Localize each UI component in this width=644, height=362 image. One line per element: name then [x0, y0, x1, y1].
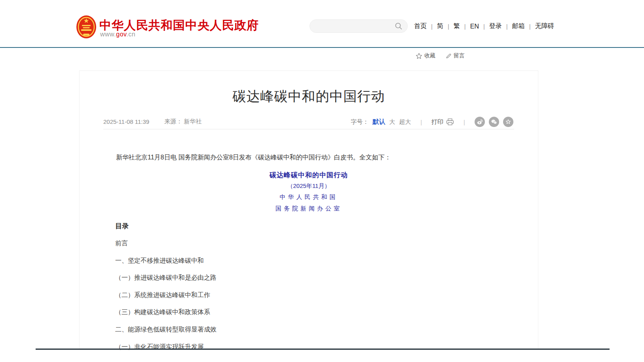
page: 中华人民共和国中央人民政府 www.gov.cn 首页 | 简 | 繁 | EN… — [0, 0, 644, 362]
nav-traditional[interactable]: 繁 — [454, 22, 460, 30]
toc-item: （一）非化石能源实现跃升发展 — [115, 343, 204, 351]
toc-item: （三）构建碳达峰碳中和政策体系 — [115, 308, 210, 317]
toc-item: （一）推进碳达峰碳中和是必由之路 — [115, 274, 217, 282]
article-title: 碳达峰碳中和的中国行动 — [80, 87, 538, 106]
toc-item: 前言 — [115, 239, 128, 248]
nav-separator: | — [529, 23, 531, 30]
source-label: 来源： — [164, 118, 182, 125]
nav-login[interactable]: 登录 — [489, 22, 502, 30]
source-value: 新华社 — [184, 118, 201, 125]
nav-separator: | — [506, 23, 508, 30]
publish-date: 2025-11-08 11:39 — [103, 118, 149, 125]
print-label: 打印 — [431, 118, 443, 126]
print-button[interactable]: 打印 — [431, 118, 454, 126]
site-url: www.gov.cn — [100, 31, 135, 38]
article-card: 碳达峰碳中和的中国行动 2025-11-08 11:39 来源： 新华社 字号：… — [79, 70, 538, 349]
printer-icon — [446, 118, 454, 125]
doc-author-line2: 国务院新闻办公室 — [80, 205, 538, 212]
nav-separator: | — [448, 23, 449, 30]
nav-simplified[interactable]: 简 — [437, 22, 443, 30]
nav-home[interactable]: 首页 — [414, 22, 427, 30]
font-size-large-button[interactable]: 大 — [389, 118, 395, 126]
toc-heading: 目录 — [115, 222, 129, 231]
font-size-label: 字号： — [351, 118, 369, 126]
nav-separator: | — [431, 23, 433, 30]
footer-top-edge — [36, 349, 610, 350]
meta-separator: | — [458, 119, 471, 125]
favorite-label: 收藏 — [424, 52, 435, 59]
site-url-cn: .cn — [126, 31, 135, 38]
article-meta-right: 字号： 默认 大 超大 | 打印 | — [351, 117, 513, 127]
nav-accessibility[interactable]: 无障碍 — [535, 22, 554, 30]
favorite-share-icon[interactable] — [503, 117, 513, 127]
font-size-default-button[interactable]: 默认 — [372, 118, 385, 126]
meta-separator: | — [415, 119, 427, 125]
site-url-www: www. — [100, 31, 116, 38]
star-icon — [416, 53, 422, 59]
source-group: 来源： 新华社 — [164, 118, 201, 125]
search-input[interactable] — [310, 23, 393, 29]
comment-label: 留言 — [454, 52, 465, 59]
intro-paragraph: 新华社北京11月8日电 国务院新闻办公室8日发布《碳达峰碳中和的中国行动》白皮书… — [103, 152, 514, 163]
meta-divider — [103, 129, 514, 129]
toc-item: 一、坚定不移推进碳达峰碳中和 — [115, 257, 204, 265]
pencil-icon — [446, 53, 452, 59]
doc-author-line1: 中华人民共和国 — [80, 193, 538, 201]
top-nav: 首页 | 简 | 繁 | EN | 登录 | 邮箱 | 无障碍 — [414, 22, 554, 30]
favorite-button[interactable]: 收藏 — [416, 52, 435, 59]
doc-date: （2025年11月） — [80, 182, 538, 190]
search-box — [310, 19, 408, 33]
article-meta-left: 2025-11-08 11:39 来源： 新华社 — [103, 118, 201, 125]
nav-separator: | — [483, 23, 485, 30]
wechat-share-icon[interactable] — [489, 117, 499, 127]
comment-button[interactable]: 留言 — [446, 52, 465, 59]
national-emblem-logo[interactable] — [76, 15, 97, 39]
site-header: 中华人民共和国中央人民政府 www.gov.cn 首页 | 简 | 繁 | EN… — [0, 0, 644, 48]
font-size-xlarge-button[interactable]: 超大 — [399, 118, 411, 126]
toc-item: （二）系统推进碳达峰碳中和工作 — [115, 291, 210, 299]
doc-title: 碳达峰碳中和的中国行动 — [80, 171, 538, 180]
article-meta-row: 2025-11-08 11:39 来源： 新华社 字号： 默认 大 超大 | 打… — [103, 117, 514, 127]
nav-separator: | — [464, 23, 466, 30]
site-url-gov: gov — [116, 31, 126, 38]
share-icons — [475, 117, 513, 127]
search-icon[interactable] — [393, 22, 404, 30]
nav-english[interactable]: EN — [470, 23, 479, 30]
nav-mailbox[interactable]: 邮箱 — [512, 22, 525, 30]
page-tools: 收藏 留言 — [416, 52, 465, 59]
toc-item: 二、能源绿色低碳转型取得显著成效 — [115, 326, 217, 334]
weibo-share-icon[interactable] — [475, 117, 485, 127]
